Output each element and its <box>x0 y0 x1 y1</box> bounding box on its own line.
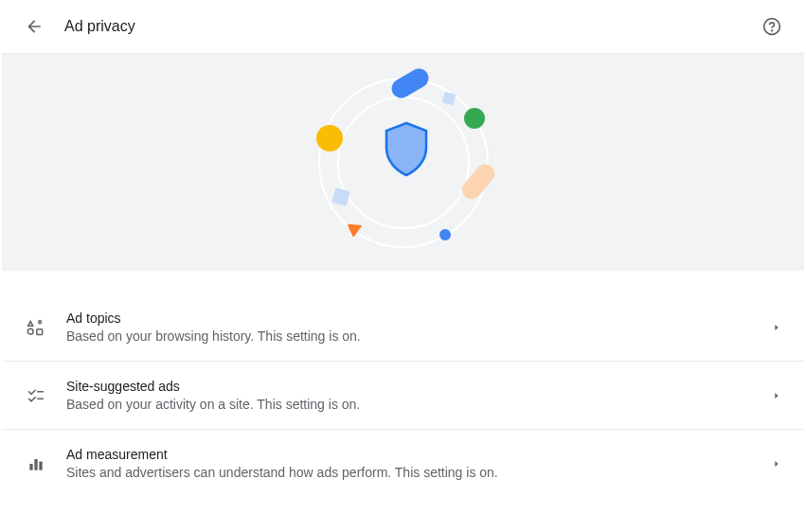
help-icon <box>762 17 781 36</box>
settings-list: Ad topics Based on your browsing history… <box>2 293 804 497</box>
svg-point-1 <box>772 29 773 30</box>
ad-topics-icon <box>25 316 47 339</box>
setting-text: Site-suggested ads Based on your activit… <box>66 379 772 412</box>
chevron-right-icon <box>772 459 781 469</box>
hero-banner <box>2 53 804 271</box>
setting-description: Based on your activity on a site. This s… <box>66 397 772 412</box>
page-header: Ad privacy <box>0 0 806 53</box>
chevron-right-icon <box>772 391 781 400</box>
setting-description: Sites and advertisers can understand how… <box>66 465 772 480</box>
svg-rect-3 <box>37 328 43 334</box>
svg-rect-7 <box>34 459 37 470</box>
setting-ad-topics[interactable]: Ad topics Based on your browsing history… <box>2 293 804 362</box>
back-button[interactable] <box>17 9 51 44</box>
shield-icon <box>383 121 430 178</box>
ad-measurement-icon <box>25 452 47 475</box>
svg-rect-6 <box>29 464 32 470</box>
site-suggested-ads-icon <box>25 384 47 407</box>
setting-title: Site-suggested ads <box>66 379 772 394</box>
setting-ad-measurement[interactable]: Ad measurement Sites and advertisers can… <box>2 430 804 497</box>
setting-site-suggested-ads[interactable]: Site-suggested ads Based on your activit… <box>2 362 804 430</box>
setting-title: Ad topics <box>66 310 772 326</box>
setting-title: Ad measurement <box>66 447 772 462</box>
svg-rect-8 <box>39 461 42 470</box>
privacy-illustration <box>299 68 508 257</box>
setting-text: Ad topics Based on your browsing history… <box>66 310 772 344</box>
page-title: Ad privacy <box>64 18 135 35</box>
setting-description: Based on your browsing history. This set… <box>66 328 772 344</box>
setting-text: Ad measurement Sites and advertisers can… <box>66 447 772 480</box>
help-button[interactable] <box>755 9 789 44</box>
chevron-right-icon <box>772 323 781 332</box>
arrow-back-icon <box>25 17 44 36</box>
svg-point-2 <box>27 328 33 334</box>
